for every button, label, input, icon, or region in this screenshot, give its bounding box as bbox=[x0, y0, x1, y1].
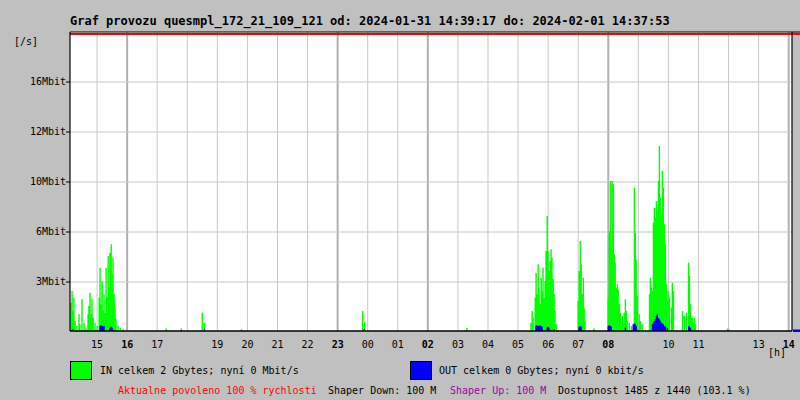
footer-availability: Dostupnost 1485 z 1440 (103.1 %) bbox=[558, 385, 751, 396]
x-tick-label-01: 01 bbox=[392, 339, 404, 350]
y-tick-label-6Mbit: 6Mbit bbox=[6, 226, 66, 237]
y-tick-label-16Mbit: 16Mbit bbox=[6, 76, 66, 87]
x-tick-label-06: 06 bbox=[542, 339, 554, 350]
footer-shaper-up: Shaper Up: 100 M bbox=[450, 385, 546, 396]
x-tick-label-17: 17 bbox=[151, 339, 163, 350]
x-tick-label-13: 13 bbox=[753, 339, 765, 350]
x-tick-label-03: 03 bbox=[452, 339, 464, 350]
x-axis-unit-label: [h] bbox=[768, 347, 786, 358]
traffic-graph-page: { "window": { "bg": "#c0c0c0", "plot_bg"… bbox=[0, 0, 800, 400]
y-tick-label-3Mbit: 3Mbit bbox=[6, 276, 66, 287]
x-tick-label-21: 21 bbox=[271, 339, 283, 350]
x-tick-label-07: 07 bbox=[572, 339, 584, 350]
y-tick-label-10Mbit: 10Mbit bbox=[6, 176, 66, 187]
footer-allowed-speed: Aktualne povoleno 100 % rychlosti bbox=[118, 385, 317, 396]
x-tick-label-23: 23 bbox=[332, 339, 344, 350]
x-tick-label-02: 02 bbox=[422, 339, 434, 350]
x-tick-label-15: 15 bbox=[91, 339, 103, 350]
x-tick-label-20: 20 bbox=[241, 339, 253, 350]
x-tick-label-04: 04 bbox=[482, 339, 494, 350]
out-zero-dash bbox=[793, 330, 800, 333]
legend-out-label: OUT celkem 0 Gbytes; nyní 0 kbit/s bbox=[439, 365, 644, 376]
legend-in-label: IN celkem 2 Gbytes; nyní 0 Mbit/s bbox=[100, 365, 299, 376]
x-tick-label-05: 05 bbox=[512, 339, 524, 350]
y-tick-label-12Mbit: 12Mbit bbox=[6, 126, 66, 137]
x-tick-label-10: 10 bbox=[662, 339, 674, 350]
x-tick-label-11: 11 bbox=[692, 339, 704, 350]
x-tick-label-16: 16 bbox=[121, 339, 133, 350]
x-tick-label-08: 08 bbox=[602, 339, 614, 350]
legend-in-swatch bbox=[70, 361, 92, 380]
footer-shaper-down: Shaper Down: 100 M bbox=[328, 385, 436, 396]
x-tick-label-22: 22 bbox=[302, 339, 314, 350]
x-tick-label-19: 19 bbox=[211, 339, 223, 350]
x-tick-label-00: 00 bbox=[362, 339, 374, 350]
legend-out-swatch bbox=[410, 361, 432, 380]
